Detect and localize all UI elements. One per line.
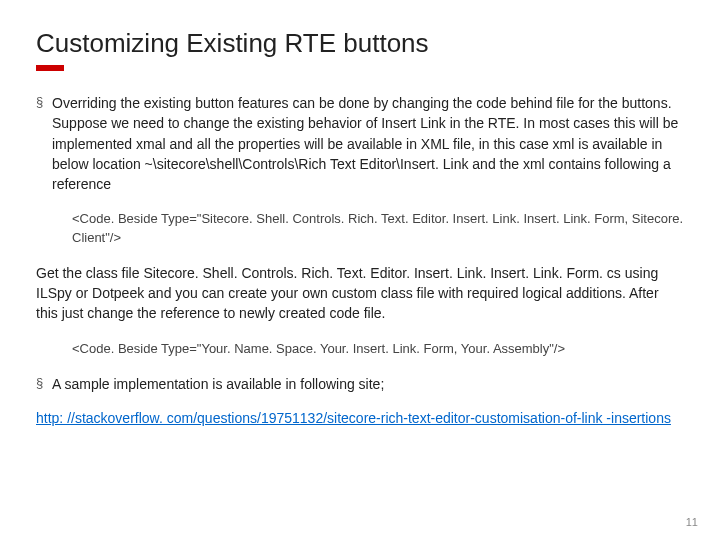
code-block: <Code. Beside Type="Your. Name. Space. Y… (36, 338, 684, 360)
title-underline (36, 65, 64, 71)
bullet-marker: § (36, 374, 52, 394)
code-block: <Code. Beside Type="Sitecore. Shell. Con… (36, 208, 684, 248)
slide-title: Customizing Existing RTE buttons (36, 28, 684, 59)
bullet-text: Overriding the existing button features … (52, 93, 684, 194)
paragraph: Get the class file Sitecore. Shell. Cont… (36, 263, 684, 324)
slide: Customizing Existing RTE buttons § Overr… (0, 0, 720, 540)
bullet-text: A sample implementation is available in … (52, 374, 384, 394)
bullet-marker: § (36, 93, 52, 194)
bullet-item: § A sample implementation is available i… (36, 374, 684, 394)
bullet-item: § Overriding the existing button feature… (36, 93, 684, 194)
page-number: 11 (686, 516, 698, 528)
reference-link[interactable]: http: //stackoverflow. com/questions/197… (36, 410, 671, 426)
